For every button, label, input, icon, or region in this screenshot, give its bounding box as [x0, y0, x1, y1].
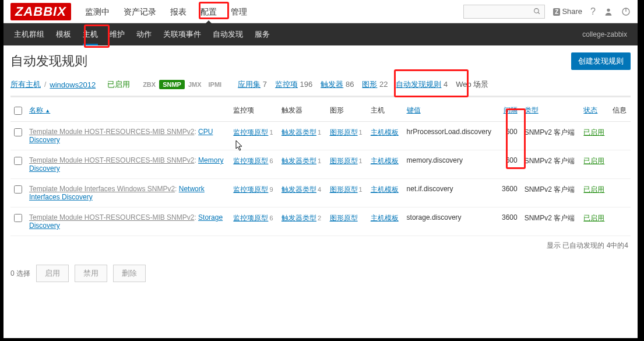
flag-snmp: SNMP: [159, 80, 185, 89]
topnav-报表[interactable]: 报表: [163, 0, 193, 23]
triggers-link[interactable]: 触发器类型: [281, 214, 316, 222]
host-link[interactable]: 主机模板: [371, 157, 399, 165]
selection-count: 0 选择: [10, 269, 30, 279]
host-link[interactable]: 主机模板: [371, 214, 399, 222]
graphs-link[interactable]: 图形原型: [330, 214, 358, 222]
graphs-link[interactable]: 图形原型: [330, 157, 358, 165]
col-type[interactable]: 类型: [521, 100, 580, 122]
logo[interactable]: ZABBIX: [10, 3, 71, 20]
navtab-Web 场景[interactable]: Web 场景: [456, 80, 488, 89]
template-link[interactable]: Template Module HOST-RESOURCES-MIB SNMPv…: [29, 213, 194, 222]
row-checkbox[interactable]: [14, 128, 22, 136]
status-link[interactable]: 已启用: [583, 185, 604, 194]
subnav-服务[interactable]: 服务: [249, 23, 276, 45]
template-link[interactable]: Template Module Interfaces Windows SNMPv…: [29, 185, 175, 193]
table-row: Template Module HOST-RESOURCES-MIB SNMPv…: [10, 122, 631, 150]
status-link[interactable]: 已启用: [583, 214, 604, 222]
template-link[interactable]: Template Module HOST-RESOURCES-MIB SNMPv…: [29, 128, 194, 136]
top-nav: ZABBIX 监测中资产记录报表配置管理 ZShare ?: [3, 0, 638, 23]
interval-cell: 600: [498, 150, 521, 179]
svg-point-2: [607, 8, 610, 11]
row-checkbox[interactable]: [14, 157, 22, 165]
share-button[interactable]: ZShare: [553, 7, 582, 16]
status-link[interactable]: 已启用: [583, 128, 604, 136]
subnav-维护[interactable]: 维护: [104, 23, 131, 45]
table-row: Template Module HOST-RESOURCES-MIB SNMPv…: [10, 150, 631, 179]
triggers-link[interactable]: 触发器类型: [281, 128, 316, 136]
host-link[interactable]: 主机模板: [371, 128, 399, 136]
graphs-link[interactable]: 图形原型: [330, 185, 358, 194]
page-title: 自动发现规则: [10, 52, 571, 70]
topnav-配置[interactable]: 配置: [193, 0, 224, 23]
items-link[interactable]: 监控项原型: [233, 157, 268, 165]
table-footer: 显示 已自动发现的 4中的4: [10, 236, 631, 253]
user-icon[interactable]: [604, 7, 613, 16]
col-info: 信息: [609, 100, 631, 122]
items-link[interactable]: 监控项原型: [233, 128, 268, 136]
server-name: college-zabbix: [582, 30, 633, 38]
key-cell: memory.discovery: [403, 150, 498, 179]
search-icon: [533, 8, 541, 15]
col-graphs: 图形: [326, 100, 367, 122]
status-link[interactable]: 已启用: [583, 157, 604, 165]
navtab-监控项[interactable]: 监控项: [275, 80, 298, 89]
topnav-资产记录[interactable]: 资产记录: [117, 0, 163, 23]
host-status: 已启用: [107, 79, 130, 90]
graphs-link[interactable]: 图形原型: [330, 128, 358, 136]
topnav-监测中[interactable]: 监测中: [78, 0, 117, 23]
col-triggers: 触发器: [278, 100, 326, 122]
items-link[interactable]: 监控项原型: [233, 214, 268, 222]
search-input[interactable]: [463, 5, 545, 19]
interval-cell: 3600: [498, 179, 521, 208]
type-cell: SNMPv2 客户端: [521, 179, 580, 208]
navtab-触发器[interactable]: 触发器: [321, 80, 343, 89]
disable-button[interactable]: 禁用: [75, 265, 107, 282]
col-hosts: 主机: [367, 100, 403, 122]
breadcrumb-all-hosts[interactable]: 所有主机: [10, 79, 41, 90]
key-cell: storage.discovery: [403, 208, 498, 236]
power-icon[interactable]: [621, 7, 631, 16]
svg-point-0: [534, 9, 539, 13]
navtab-图形[interactable]: 图形: [362, 80, 377, 89]
type-cell: SNMPv2 客户端: [521, 208, 580, 236]
delete-button[interactable]: 删除: [113, 265, 146, 282]
subnav-主机[interactable]: 主机: [77, 23, 104, 45]
create-rule-button[interactable]: 创建发现规则: [571, 52, 631, 70]
triggers-link[interactable]: 触发器类型: [281, 157, 316, 165]
col-status[interactable]: 状态: [580, 100, 608, 122]
table-row: Template Module HOST-RESOURCES-MIB SNMPv…: [10, 208, 631, 236]
subnav-主机群组[interactable]: 主机群组: [8, 23, 50, 45]
flag-ipmi: IPMI: [205, 80, 226, 89]
items-link[interactable]: 监控项原型: [233, 185, 268, 194]
template-link[interactable]: Template Module HOST-RESOURCES-MIB SNMPv…: [29, 156, 194, 164]
host-link[interactable]: 主机模板: [371, 185, 399, 194]
table-row: Template Module Interfaces Windows SNMPv…: [10, 179, 631, 208]
subnav-自动发现[interactable]: 自动发现: [207, 23, 249, 45]
breadcrumb-host[interactable]: windows2012: [50, 80, 96, 89]
enable-button[interactable]: 启用: [36, 265, 69, 282]
interval-cell: 600: [498, 122, 521, 150]
help-icon[interactable]: ?: [590, 6, 596, 17]
row-checkbox[interactable]: [14, 185, 22, 194]
navtab-自动发现规则[interactable]: 自动发现规则: [396, 80, 441, 89]
col-interval[interactable]: 间隔: [498, 100, 521, 122]
svg-line-1: [538, 12, 540, 14]
navtab-应用集[interactable]: 应用集: [238, 80, 261, 89]
select-all-checkbox[interactable]: [14, 107, 22, 115]
col-name[interactable]: 名称 ▲: [26, 100, 230, 122]
sub-nav: 主机群组模板主机维护动作关联项事件自动发现服务 college-zabbix: [3, 23, 638, 45]
subnav-关联项事件[interactable]: 关联项事件: [157, 23, 207, 45]
triggers-link[interactable]: 触发器类型: [281, 185, 316, 194]
topnav-管理[interactable]: 管理: [224, 0, 254, 23]
subnav-动作[interactable]: 动作: [131, 23, 157, 45]
key-cell: hrProcessorLoad.discovery: [403, 122, 498, 150]
row-checkbox[interactable]: [14, 214, 22, 222]
cursor-icon: [235, 140, 245, 152]
key-cell: net.if.discovery: [403, 179, 498, 208]
col-key[interactable]: 键值: [403, 100, 498, 122]
rules-table: 名称 ▲ 监控项 触发器 图形 主机 键值 间隔 类型 状态 信息 Templa…: [10, 100, 631, 236]
flag-zbx: ZBX: [139, 80, 159, 89]
col-items: 监控项: [230, 100, 278, 122]
filter-bar: 所有主机 / windows2012 已启用 ZBXSNMPJMXIPMI 应用…: [10, 79, 631, 97]
subnav-模板[interactable]: 模板: [50, 23, 77, 45]
